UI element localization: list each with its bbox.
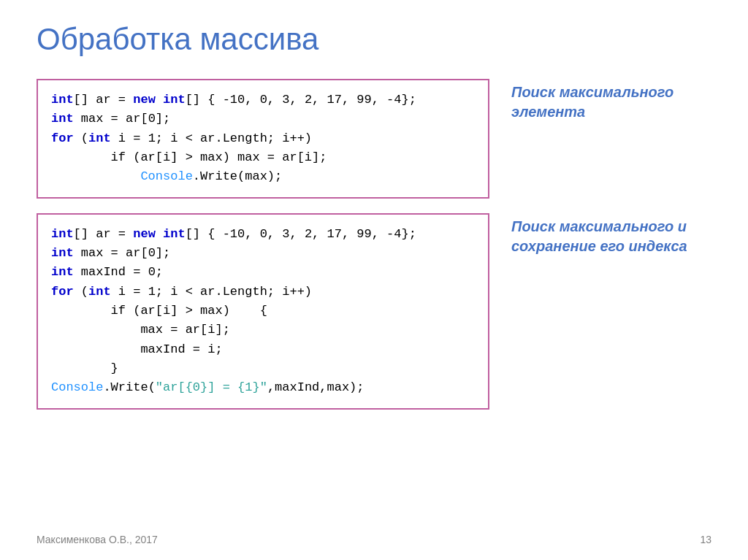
slide: Обработка массива int[] ar = new int[] {…: [0, 0, 748, 560]
console-keyword: Console: [140, 169, 192, 183]
keyword: int: [51, 227, 74, 241]
code-line-1-2: int max = ar[0];: [51, 110, 475, 129]
keyword: int: [163, 93, 186, 107]
code-line-2-1: int[] ar = new int[] { -10, 0, 3, 2, 17,…: [51, 225, 475, 244]
keyword: int: [51, 112, 74, 126]
keyword: new: [133, 227, 156, 241]
code-line-1-3: for (int i = 1; i < ar.Length; i++): [51, 129, 475, 148]
keyword: int: [51, 246, 74, 260]
code-box-2: int[] ar = new int[] { -10, 0, 3, 2, 17,…: [37, 213, 489, 410]
code-line-2-7: maxInd = i;: [51, 340, 475, 359]
section-1: int[] ar = new int[] { -10, 0, 3, 2, 17,…: [37, 79, 711, 199]
section-2: int[] ar = new int[] { -10, 0, 3, 2, 17,…: [37, 213, 711, 410]
description-2: Поиск максимального и сохранение его инд…: [511, 213, 711, 256]
keyword: for: [51, 131, 74, 145]
code-line-1-4: if (ar[i] > max) max = ar[i];: [51, 148, 475, 167]
keyword: for: [51, 285, 74, 299]
description-2-text: Поиск максимального и сохранение его инд…: [511, 217, 711, 256]
code-line-1-5: Console.Write(max);: [51, 167, 475, 186]
console-keyword-2: Console: [51, 380, 103, 394]
keyword: int: [88, 131, 111, 145]
code-line-2-4: for (int i = 1; i < ar.Length; i++): [51, 283, 475, 302]
code-line-2-8: }: [51, 359, 475, 378]
code-line-2-9: Console.Write("ar[{0}] = {1}",maxInd,max…: [51, 378, 475, 397]
code-line-2-5: if (ar[i] > max) {: [51, 302, 475, 321]
keyword: int: [88, 285, 111, 299]
page-number: 13: [700, 534, 711, 545]
keyword: int: [51, 93, 74, 107]
description-1-text: Поиск максимального элемента: [511, 83, 711, 122]
footer: Максименкова О.В., 2017 13: [0, 534, 748, 545]
keyword: int: [163, 227, 186, 241]
page-title: Обработка массива: [37, 22, 711, 57]
code-line-1-1: int[] ar = new int[] { -10, 0, 3, 2, 17,…: [51, 91, 475, 110]
footer-author: Максименкова О.В., 2017: [37, 534, 158, 545]
description-1: Поиск максимального элемента: [511, 79, 711, 122]
code-box-1: int[] ar = new int[] { -10, 0, 3, 2, 17,…: [37, 79, 489, 199]
string-literal: "ar[{0}] = {1}": [156, 380, 267, 394]
code-line-2-3: int maxInd = 0;: [51, 263, 475, 282]
content-area: int[] ar = new int[] { -10, 0, 3, 2, 17,…: [37, 79, 711, 410]
code-line-2-2: int max = ar[0];: [51, 244, 475, 263]
keyword: new: [133, 93, 156, 107]
keyword: int: [51, 265, 74, 279]
code-line-2-6: max = ar[i];: [51, 321, 475, 340]
